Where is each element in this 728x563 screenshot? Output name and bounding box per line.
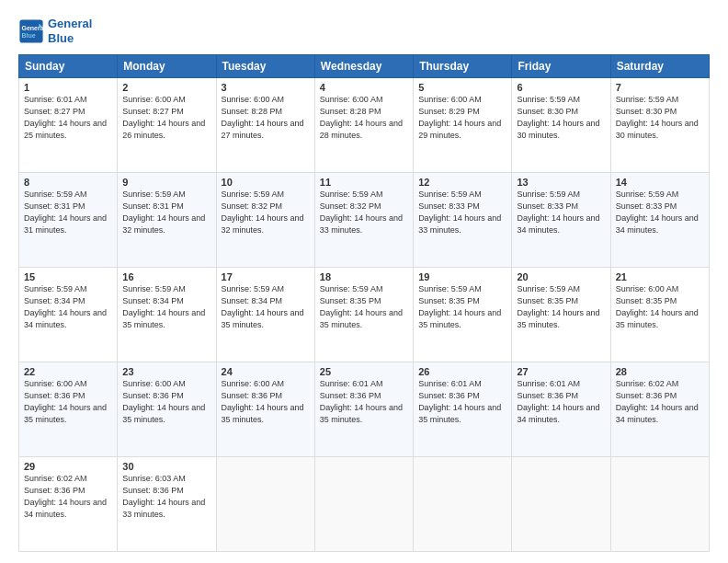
- day-info: Sunrise: 6:00 AMSunset: 8:36 PMDaylight:…: [222, 378, 310, 426]
- calendar-cell: [610, 457, 709, 552]
- calendar-cell: 13Sunrise: 5:59 AMSunset: 8:33 PMDayligh…: [512, 173, 610, 268]
- day-info: Sunrise: 6:02 AMSunset: 8:36 PMDaylight:…: [24, 473, 112, 521]
- logo: General Blue General Blue: [18, 17, 92, 45]
- calendar-week-3: 15Sunrise: 5:59 AMSunset: 8:34 PMDayligh…: [19, 268, 710, 362]
- calendar-cell: [512, 457, 610, 552]
- calendar-cell: 16Sunrise: 5:59 AMSunset: 8:34 PMDayligh…: [118, 268, 216, 362]
- day-info: Sunrise: 5:59 AMSunset: 8:35 PMDaylight:…: [418, 283, 506, 331]
- calendar-cell: 6Sunrise: 5:59 AMSunset: 8:30 PMDaylight…: [512, 78, 610, 173]
- calendar-cell: 22Sunrise: 6:00 AMSunset: 8:36 PMDayligh…: [19, 362, 118, 457]
- calendar-cell: 15Sunrise: 5:59 AMSunset: 8:34 PMDayligh…: [19, 268, 118, 362]
- calendar-header-row: SundayMondayTuesdayWednesdayThursdayFrid…: [19, 55, 710, 78]
- calendar-header-friday: Friday: [512, 55, 610, 78]
- day-info: Sunrise: 6:01 AMSunset: 8:36 PMDaylight:…: [320, 378, 408, 426]
- day-number: 22: [24, 366, 112, 377]
- calendar-week-5: 29Sunrise: 6:02 AMSunset: 8:36 PMDayligh…: [19, 457, 710, 552]
- day-number: 17: [222, 271, 310, 282]
- day-number: 29: [24, 461, 112, 472]
- day-number: 26: [418, 366, 506, 377]
- day-info: Sunrise: 6:01 AMSunset: 8:36 PMDaylight:…: [418, 378, 506, 426]
- day-info: Sunrise: 6:00 AMSunset: 8:29 PMDaylight:…: [418, 94, 506, 142]
- day-info: Sunrise: 5:59 AMSunset: 8:33 PMDaylight:…: [517, 189, 605, 236]
- calendar-cell: 12Sunrise: 5:59 AMSunset: 8:33 PMDayligh…: [414, 173, 512, 268]
- day-number: 18: [320, 271, 408, 282]
- day-number: 11: [320, 177, 408, 188]
- day-number: 3: [222, 82, 310, 93]
- calendar-week-1: 1Sunrise: 6:01 AMSunset: 8:27 PMDaylight…: [19, 78, 710, 173]
- page: General Blue General Blue SundayMondayTu…: [0, 0, 728, 563]
- calendar-cell: 10Sunrise: 5:59 AMSunset: 8:32 PMDayligh…: [216, 173, 314, 268]
- svg-rect-0: [19, 19, 42, 42]
- day-number: 12: [418, 177, 506, 188]
- calendar-header-monday: Monday: [118, 55, 216, 78]
- day-info: Sunrise: 5:59 AMSunset: 8:34 PMDaylight:…: [222, 283, 310, 331]
- day-info: Sunrise: 5:59 AMSunset: 8:34 PMDaylight:…: [122, 283, 210, 331]
- day-info: Sunrise: 5:59 AMSunset: 8:31 PMDaylight:…: [122, 189, 210, 236]
- day-info: Sunrise: 5:59 AMSunset: 8:33 PMDaylight:…: [616, 189, 704, 236]
- day-number: 30: [122, 461, 210, 472]
- day-info: Sunrise: 6:01 AMSunset: 8:36 PMDaylight:…: [517, 378, 605, 426]
- calendar-cell: 26Sunrise: 6:01 AMSunset: 8:36 PMDayligh…: [414, 362, 512, 457]
- day-info: Sunrise: 6:00 AMSunset: 8:28 PMDaylight:…: [222, 94, 310, 142]
- calendar-header-thursday: Thursday: [414, 55, 512, 78]
- calendar-cell: 29Sunrise: 6:02 AMSunset: 8:36 PMDayligh…: [19, 457, 118, 552]
- day-info: Sunrise: 6:00 AMSunset: 8:36 PMDaylight:…: [122, 378, 210, 426]
- logo-subtext: Blue: [48, 31, 92, 46]
- day-info: Sunrise: 5:59 AMSunset: 8:32 PMDaylight:…: [320, 189, 408, 236]
- calendar-cell: 8Sunrise: 5:59 AMSunset: 8:31 PMDaylight…: [19, 173, 118, 268]
- calendar-cell: [314, 457, 413, 552]
- calendar-cell: 18Sunrise: 5:59 AMSunset: 8:35 PMDayligh…: [314, 268, 413, 362]
- day-info: Sunrise: 5:59 AMSunset: 8:35 PMDaylight:…: [517, 283, 605, 331]
- calendar-cell: 27Sunrise: 6:01 AMSunset: 8:36 PMDayligh…: [512, 362, 610, 457]
- calendar-week-4: 22Sunrise: 6:00 AMSunset: 8:36 PMDayligh…: [19, 362, 710, 457]
- day-number: 6: [517, 82, 605, 93]
- day-info: Sunrise: 5:59 AMSunset: 8:35 PMDaylight:…: [320, 283, 408, 331]
- calendar-cell: 17Sunrise: 5:59 AMSunset: 8:34 PMDayligh…: [216, 268, 314, 362]
- calendar-cell: 23Sunrise: 6:00 AMSunset: 8:36 PMDayligh…: [118, 362, 216, 457]
- calendar-cell: 20Sunrise: 5:59 AMSunset: 8:35 PMDayligh…: [512, 268, 610, 362]
- day-number: 2: [122, 82, 210, 93]
- day-number: 28: [616, 366, 704, 377]
- calendar-cell: 9Sunrise: 5:59 AMSunset: 8:31 PMDaylight…: [118, 173, 216, 268]
- day-info: Sunrise: 6:00 AMSunset: 8:36 PMDaylight:…: [24, 378, 112, 426]
- calendar-cell: [414, 457, 512, 552]
- calendar-cell: [216, 457, 314, 552]
- day-info: Sunrise: 6:01 AMSunset: 8:27 PMDaylight:…: [24, 94, 112, 142]
- day-number: 7: [616, 82, 704, 93]
- calendar-header-sunday: Sunday: [19, 55, 118, 78]
- day-info: Sunrise: 5:59 AMSunset: 8:33 PMDaylight:…: [418, 189, 506, 236]
- calendar-cell: 19Sunrise: 5:59 AMSunset: 8:35 PMDayligh…: [414, 268, 512, 362]
- day-info: Sunrise: 5:59 AMSunset: 8:34 PMDaylight:…: [24, 283, 112, 331]
- day-info: Sunrise: 5:59 AMSunset: 8:30 PMDaylight:…: [517, 94, 605, 142]
- day-info: Sunrise: 6:00 AMSunset: 8:27 PMDaylight:…: [122, 94, 210, 142]
- calendar-cell: 2Sunrise: 6:00 AMSunset: 8:27 PMDaylight…: [118, 78, 216, 173]
- day-info: Sunrise: 6:03 AMSunset: 8:36 PMDaylight:…: [122, 473, 210, 521]
- calendar-header-tuesday: Tuesday: [216, 55, 314, 78]
- day-number: 8: [24, 177, 112, 188]
- header: General Blue General Blue: [18, 17, 710, 45]
- day-info: Sunrise: 5:59 AMSunset: 8:30 PMDaylight:…: [616, 94, 704, 142]
- calendar-cell: 25Sunrise: 6:01 AMSunset: 8:36 PMDayligh…: [314, 362, 413, 457]
- day-number: 23: [122, 366, 210, 377]
- day-number: 1: [24, 82, 112, 93]
- logo-icon: General Blue: [18, 18, 44, 44]
- calendar-cell: 5Sunrise: 6:00 AMSunset: 8:29 PMDaylight…: [414, 78, 512, 173]
- day-info: Sunrise: 6:02 AMSunset: 8:36 PMDaylight:…: [616, 378, 704, 426]
- day-number: 13: [517, 177, 605, 188]
- calendar-cell: 7Sunrise: 5:59 AMSunset: 8:30 PMDaylight…: [610, 78, 709, 173]
- calendar-week-2: 8Sunrise: 5:59 AMSunset: 8:31 PMDaylight…: [19, 173, 710, 268]
- day-number: 4: [320, 82, 408, 93]
- day-number: 16: [122, 271, 210, 282]
- day-number: 21: [616, 271, 704, 282]
- day-number: 5: [418, 82, 506, 93]
- day-info: Sunrise: 6:00 AMSunset: 8:28 PMDaylight:…: [320, 94, 408, 142]
- day-info: Sunrise: 5:59 AMSunset: 8:31 PMDaylight:…: [24, 189, 112, 236]
- day-info: Sunrise: 6:00 AMSunset: 8:35 PMDaylight:…: [616, 283, 704, 331]
- calendar-cell: 4Sunrise: 6:00 AMSunset: 8:28 PMDaylight…: [314, 78, 413, 173]
- day-number: 20: [517, 271, 605, 282]
- calendar-cell: 3Sunrise: 6:00 AMSunset: 8:28 PMDaylight…: [216, 78, 314, 173]
- calendar-cell: 28Sunrise: 6:02 AMSunset: 8:36 PMDayligh…: [610, 362, 709, 457]
- calendar-cell: 30Sunrise: 6:03 AMSunset: 8:36 PMDayligh…: [118, 457, 216, 552]
- svg-text:Blue: Blue: [22, 32, 36, 39]
- day-number: 24: [222, 366, 310, 377]
